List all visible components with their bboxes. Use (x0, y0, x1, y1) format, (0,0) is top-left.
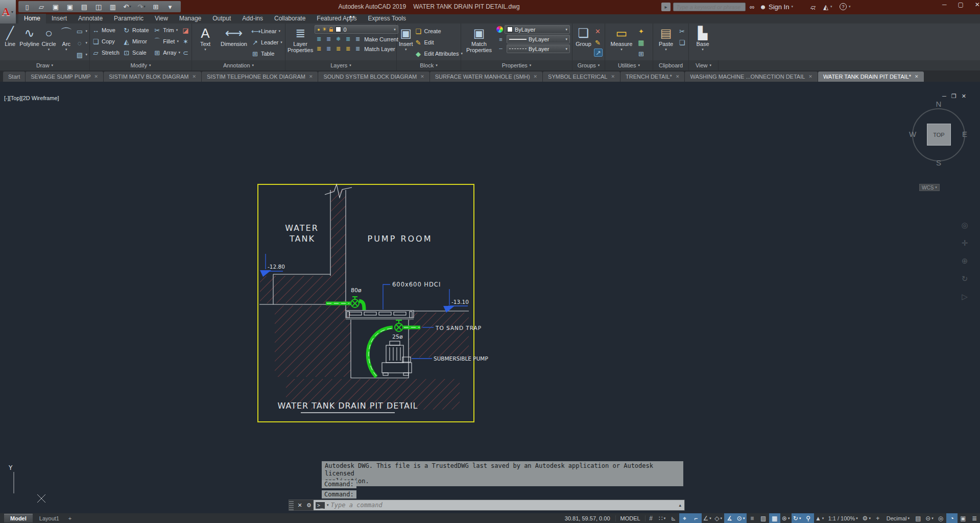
restore-button[interactable]: ▢ (958, 1, 964, 8)
compass-south[interactable]: S (905, 158, 972, 167)
a360-icon[interactable]: ◭▾ (823, 2, 832, 11)
qat-menu-icon[interactable]: ▾▾ (163, 2, 177, 12)
close-tab-icon[interactable]: ✕ (915, 74, 919, 79)
copy-button[interactable]: ❏Copy (92, 36, 121, 46)
chevron-down-icon[interactable]: ▾ (791, 5, 793, 9)
viewport-close-icon[interactable]: ✕ (962, 93, 966, 100)
mirror-button[interactable]: ◭Mirror (123, 36, 152, 46)
layer-properties-button[interactable]: ≣Layer Properties (288, 25, 313, 59)
tab-home[interactable]: Home (18, 14, 46, 23)
viewport-restore-icon[interactable]: ❐ (951, 93, 957, 100)
ungroup-button[interactable]: ✕ (594, 26, 603, 36)
workspace-switching-button[interactable]: ⚙▾ (861, 513, 872, 523)
move-button[interactable]: ↔Move (92, 25, 121, 35)
match-layer-button[interactable]: Match Layer (364, 46, 395, 52)
snap-mode-button[interactable]: ∷▾ (657, 513, 668, 523)
osnap-3d-button[interactable]: ⊛▾ (780, 513, 792, 523)
panel-label-annotation[interactable]: Annotation▾ (192, 60, 285, 70)
command-prompt-icon[interactable]: >_ (316, 502, 325, 509)
command-input[interactable] (331, 502, 677, 509)
command-history-toggle-icon[interactable]: ▴ (679, 503, 682, 508)
rotate-button[interactable]: ↻Rotate (123, 25, 152, 35)
viewport-controls[interactable]: [-][Top][2D Wireframe] (4, 95, 59, 101)
grid-display-button[interactable]: #▾ (646, 513, 657, 523)
command-customize-icon[interactable]: ⚙ (304, 502, 314, 509)
new-file-icon[interactable]: ▯▾ (20, 2, 34, 12)
close-tab-icon[interactable]: ✕ (808, 74, 812, 79)
file-tab-start[interactable]: Start✕ (3, 72, 25, 82)
file-tab-trench-detail[interactable]: TRENCH DETAIL*✕ (620, 72, 684, 82)
close-button[interactable]: ✕ (975, 1, 980, 8)
layout1-tab[interactable]: Layout1 (33, 514, 65, 522)
tab-output[interactable]: Output (207, 14, 236, 23)
polar-tracking-button[interactable]: ∠▾ (702, 513, 713, 523)
close-tab-icon[interactable]: ✕ (676, 74, 680, 79)
explode-button[interactable]: ✶ (182, 36, 189, 46)
tab-parametric[interactable]: Parametric (108, 14, 149, 23)
app-store-icon[interactable]: ▱•• (810, 2, 816, 11)
erase-button[interactable]: ◪ (182, 25, 189, 35)
chevron-down-icon[interactable]: ▾ (394, 28, 396, 32)
create-block-button[interactable]: ❏Create (415, 26, 463, 36)
trim-button[interactable]: ✂Trim▾ (153, 25, 180, 35)
dynamic-ucs-button[interactable]: ↻▾ (792, 513, 803, 523)
close-tab-icon[interactable]: ✕ (611, 74, 615, 79)
isolate-objects-button[interactable]: ◎▾ (935, 513, 946, 523)
model-space-button[interactable]: MODEL (615, 515, 646, 521)
orbit-icon[interactable]: ↻ (958, 272, 971, 286)
file-tab-symbol-electrical[interactable]: SYMBOL ELECTRICAL✕ (543, 72, 620, 82)
paste-button[interactable]: ▤Paste▾ (655, 25, 677, 59)
base-button[interactable]: ▙Base▾ (691, 25, 714, 59)
graphics-performance-button[interactable]: ◔▾ (946, 513, 958, 523)
quick-calculator-button[interactable]: ⊞ (637, 49, 645, 59)
tab-view[interactable]: View (149, 14, 174, 23)
cut-button[interactable]: ✂ (678, 26, 686, 36)
file-tab-water-tank-drain-pit[interactable]: WATER TANK DRAIN PIT DETAIL*✕ (818, 72, 924, 82)
layer-select[interactable]: ● ☀ 0 ▾ (315, 25, 398, 34)
file-tab-sistim-telephone[interactable]: SISTIM TELEPHONE BLOK DIAGRAM✕ (202, 72, 318, 82)
plot-icon[interactable]: ▤▾ (78, 2, 91, 12)
ortho-mode-button[interactable]: ⌐▾ (690, 513, 702, 523)
panel-label-block[interactable]: Block▾ (397, 60, 461, 70)
dimension-button[interactable]: ⟷Dimension (218, 25, 250, 59)
panel-label-draw[interactable]: Draw▾ (0, 60, 90, 70)
edit-attributes-button[interactable]: ◆Edit Attributes▾ (415, 49, 463, 59)
group-button[interactable]: ❏Group (575, 25, 592, 59)
showmotion-icon[interactable]: ▷ (958, 290, 971, 303)
layer-unlock-all-icon[interactable]: ≣ (344, 45, 352, 53)
file-tab-washing-machine[interactable]: WASHING MACHINE ...ONNECTION DETAIL✕ (685, 72, 817, 82)
layer-on-all-icon[interactable]: ≣ (315, 45, 323, 53)
zoom-extents-icon[interactable]: ⊕ (958, 254, 971, 268)
compass-north[interactable]: N (905, 100, 972, 108)
tab-annotate[interactable]: Annotate (73, 14, 108, 23)
scale-button[interactable]: ⊡Scale (123, 47, 152, 58)
file-tab-sewage-sump-pump[interactable]: SEWAGE SUMP PUMP✕ (26, 72, 103, 82)
drawing-canvas[interactable]: WATER TANK PUMP ROOM -12.80 -13.10 80ø 6… (0, 82, 980, 513)
circle-button[interactable]: ○Circle▾ (41, 25, 57, 59)
array-button[interactable]: ⊞Array▾ (153, 47, 180, 58)
command-input-field[interactable]: >_ ▾ ▴ (314, 500, 684, 510)
measure-button[interactable]: ▭Measure▾ (607, 25, 636, 59)
tab-insert[interactable]: Insert (46, 14, 73, 23)
transparency-button[interactable]: ▨▾ (758, 513, 769, 523)
layer-unisolate-icon[interactable]: ≣ (324, 45, 333, 53)
binoculars-icon[interactable]: ∞ (750, 3, 754, 11)
save-icon[interactable]: ▣▾ (49, 2, 62, 12)
viewport-minimize-icon[interactable]: ─ (942, 93, 946, 100)
viewcube-top-face[interactable]: TOP (927, 124, 951, 146)
lineweight-select[interactable]: ByLayer▾ (507, 35, 570, 43)
annotation-monitor-button[interactable]: +▾ (872, 513, 883, 523)
redo-icon[interactable]: ↷▾ (135, 2, 148, 12)
quick-properties-button[interactable]: ▤▾ (913, 513, 924, 523)
object-snap-button[interactable]: ⊙▾ (735, 513, 747, 523)
units-button[interactable]: Decimal▾ (883, 513, 913, 523)
close-tab-icon[interactable]: ✕ (420, 74, 424, 79)
full-navigation-wheel-icon[interactable]: ◎ (958, 219, 971, 232)
annotation-visibility-button[interactable]: ⚲▾ (803, 513, 814, 523)
text-button[interactable]: AText▾ (194, 25, 217, 59)
panel-label-properties[interactable]: Properties▾ (461, 60, 572, 70)
panel-label-view[interactable]: View▾ (689, 60, 719, 70)
layer-freeze-icon[interactable]: ❄ (334, 35, 343, 43)
application-menu-button[interactable]: A▼ (0, 0, 16, 23)
select-all-button[interactable]: ▦ (637, 37, 645, 47)
